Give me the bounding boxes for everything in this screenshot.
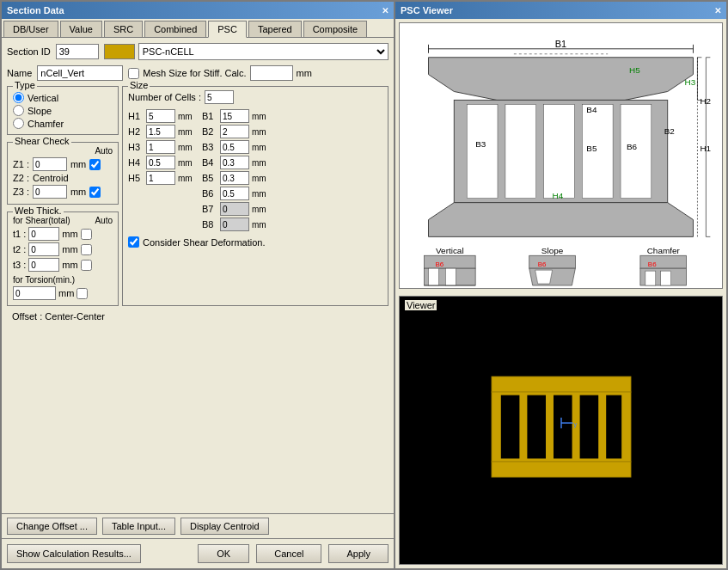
t1-checkbox[interactable] <box>81 229 92 240</box>
num-cells-input[interactable] <box>205 90 234 104</box>
svg-rect-9 <box>505 104 536 198</box>
b2-input[interactable] <box>220 125 249 138</box>
footer-buttons: Show Calculation Results... OK Cancel Ap… <box>2 538 394 568</box>
ok-button[interactable]: OK <box>198 544 249 563</box>
t3-unit: mm <box>62 260 77 270</box>
psc-type-select[interactable]: PSC-nCELL <box>138 43 388 60</box>
t3-checkbox[interactable] <box>81 260 92 271</box>
b8-input[interactable] <box>220 218 249 231</box>
radio-chamfer: Chamfer <box>13 118 113 129</box>
b8-unit: mm <box>252 220 267 230</box>
tab-tapered[interactable]: Tapered <box>248 21 302 37</box>
size-group-label: Size <box>128 80 150 90</box>
viewer-area: Viewer y <box>399 296 723 565</box>
h3-row: H3 mm <box>128 140 193 154</box>
radio-vertical: Vertical <box>13 92 113 103</box>
tab-psc[interactable]: PSC <box>208 21 247 38</box>
t3-label: t3 : <box>13 260 26 270</box>
b1-row: B1 mm <box>202 109 267 123</box>
h2-input[interactable] <box>146 125 175 138</box>
radio-slope-input[interactable] <box>13 105 24 116</box>
b6-input[interactable] <box>220 187 249 200</box>
tab-combined[interactable]: Combined <box>144 21 206 37</box>
psc-viewer-close-button[interactable]: ✕ <box>714 6 721 15</box>
t2-label: t2 : <box>13 244 26 254</box>
t1-input[interactable] <box>28 227 59 241</box>
b4-input[interactable] <box>220 156 249 169</box>
section-id-input[interactable] <box>56 44 99 59</box>
mesh-input[interactable] <box>250 65 293 81</box>
z3-checkbox[interactable] <box>89 187 101 198</box>
b4-label: B4 <box>202 157 217 168</box>
cancel-button[interactable]: Cancel <box>256 544 321 563</box>
b4-row: B4 mm <box>202 156 267 169</box>
name-row: Name Mesh Size for Stiff. Calc. mm <box>7 65 388 81</box>
radio-slope: Slope <box>13 105 113 116</box>
type-group-label: Type <box>13 80 37 90</box>
size-col: Size Number of Cells : H1 mm <box>122 86 388 310</box>
tab-composite[interactable]: Composite <box>303 21 368 37</box>
display-centroid-button[interactable]: Display Centroid <box>180 518 269 535</box>
cell-viewer-svg: y <box>484 366 639 495</box>
tab-dbuser[interactable]: DB/User <box>3 21 58 37</box>
radio-vertical-label: Vertical <box>28 93 58 103</box>
torsion-unit: mm <box>58 288 74 298</box>
svg-rect-2 <box>114 48 118 55</box>
mesh-checkbox[interactable] <box>128 68 139 79</box>
tab-src[interactable]: SRC <box>104 21 143 37</box>
psc-icon <box>104 44 135 59</box>
offset-label: Offset : <box>12 311 42 322</box>
svg-text:H2: H2 <box>700 96 711 106</box>
table-input-button[interactable]: Table Input... <box>102 518 175 535</box>
name-input[interactable] <box>37 65 123 81</box>
b5-input[interactable] <box>220 171 249 185</box>
h2-label: H2 <box>128 126 144 137</box>
t2-input[interactable] <box>28 242 59 256</box>
section-data-close-button[interactable]: ✕ <box>382 6 388 15</box>
z3-input[interactable] <box>33 185 67 199</box>
h5-input[interactable] <box>146 171 175 185</box>
h3-input[interactable] <box>146 140 175 154</box>
b5-row: B5 mm <box>202 171 267 185</box>
svg-rect-40 <box>445 268 456 285</box>
psc-viewer-title: PSC Viewer <box>401 5 453 15</box>
svg-text:B2: B2 <box>664 126 676 136</box>
z1-checkbox[interactable] <box>89 159 101 170</box>
t2-checkbox[interactable] <box>81 244 92 255</box>
svg-text:B7: B7 <box>538 286 547 288</box>
apply-button[interactable]: Apply <box>328 544 388 563</box>
torsion-row: mm <box>13 286 113 300</box>
t1-label: t1 : <box>13 229 26 239</box>
b1-label: B1 <box>202 111 217 121</box>
b1-input[interactable] <box>220 109 249 123</box>
svg-rect-8 <box>467 104 498 198</box>
h4-input[interactable] <box>146 156 175 169</box>
svg-marker-47 <box>535 270 553 284</box>
t3-input[interactable] <box>28 258 59 272</box>
svg-text:B6: B6 <box>435 260 444 268</box>
torsion-checkbox[interactable] <box>76 288 88 299</box>
b7-label: B7 <box>202 204 217 214</box>
mesh-unit: mm <box>297 68 312 78</box>
radio-chamfer-label: Chamfer <box>28 119 64 129</box>
z1-input[interactable] <box>33 157 67 171</box>
radio-vertical-input[interactable] <box>13 92 24 103</box>
b3-input[interactable] <box>220 140 249 154</box>
consider-shear-checkbox[interactable] <box>128 236 139 248</box>
z3-unit: mm <box>70 187 86 197</box>
radio-chamfer-input[interactable] <box>13 118 24 129</box>
radio-slope-label: Slope <box>28 106 52 116</box>
size-group: Size Number of Cells : H1 mm <box>122 86 388 306</box>
b7-input[interactable] <box>220 202 249 216</box>
b5-unit: mm <box>252 174 267 183</box>
b7-row: B7 mm <box>202 202 267 216</box>
z2-value: Centroid <box>33 173 69 183</box>
tab-value[interactable]: Value <box>60 21 102 37</box>
torsion-input[interactable] <box>13 286 56 300</box>
change-offset-button[interactable]: Change Offset ... <box>7 518 97 535</box>
h3-label: H3 <box>128 142 144 152</box>
show-calc-button[interactable]: Show Calculation Results... <box>7 544 141 563</box>
svg-text:Vertical: Vertical <box>436 246 464 255</box>
psc-diagram-svg: B1 H5 H3 H2 H1 H4 B3 B4 B5 B <box>400 23 722 288</box>
h1-input[interactable] <box>146 109 175 123</box>
